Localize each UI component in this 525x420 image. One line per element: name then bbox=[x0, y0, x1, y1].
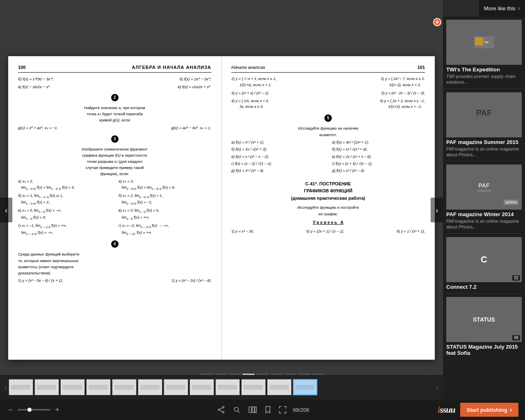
card-desc-3: PAFmagazine is an online magazine about … bbox=[446, 218, 522, 230]
bottom-right-controls: issuu Start publishing › bbox=[438, 403, 518, 417]
right-page-number: 101 bbox=[418, 64, 425, 71]
filmstrip-thumb-7[interactable] bbox=[164, 379, 188, 395]
svg-line-6 bbox=[220, 408, 222, 409]
filmstrip-thumb-12[interactable] bbox=[293, 379, 317, 395]
search-button[interactable] bbox=[231, 404, 242, 415]
scroll-dot-2 bbox=[215, 374, 227, 375]
grid-icon bbox=[249, 406, 257, 413]
fullscreen-button[interactable] bbox=[277, 404, 288, 415]
filmstrip-thumb-5[interactable] bbox=[112, 379, 137, 395]
filmstrip-area: ‹ › bbox=[0, 375, 443, 399]
svg-point-5 bbox=[222, 411, 224, 413]
card-thumbnail-1: TWI bbox=[446, 20, 522, 65]
fullscreen-icon bbox=[279, 406, 286, 413]
right-page-header: Начала анализа 101 bbox=[231, 64, 425, 73]
sidebar-card-2[interactable]: PAF magazine PAF magazine Summer 2015 PA… bbox=[446, 92, 522, 158]
scroll-dot-8 bbox=[298, 374, 310, 375]
more-like-this-label: More like this bbox=[484, 5, 516, 11]
exercise-5: 5 Исследуйте функцию на наличие асимптот… bbox=[231, 113, 425, 173]
more-like-this-button[interactable]: More like this › bbox=[484, 5, 520, 12]
left-page-header: 100 АЛГЕБРА И НАЧАЛА АНАЛИЗА bbox=[18, 64, 211, 73]
svg-point-4 bbox=[218, 409, 220, 411]
svg-rect-10 bbox=[249, 407, 251, 413]
plus-add-button[interactable]: + bbox=[433, 18, 441, 26]
filmstrip-next-button[interactable]: › bbox=[434, 384, 440, 390]
scroll-dot-4 bbox=[242, 374, 255, 375]
filmstrip-thumb-11[interactable] bbox=[267, 379, 292, 395]
card-thumbnail-2: PAF magazine bbox=[446, 92, 522, 137]
issuu-logo: issuu bbox=[438, 404, 455, 415]
chevron-right-icon: › bbox=[436, 205, 438, 215]
minus-icon: − bbox=[8, 406, 13, 414]
card-thumbnail-5: STATUS 98 bbox=[446, 297, 522, 342]
filmstrip-thumb-10[interactable] bbox=[241, 379, 266, 395]
filmstrip-thumb-8[interactable] bbox=[189, 379, 214, 395]
card-title-5: STATUS Magazine July 2015 feat Sofia bbox=[446, 344, 522, 356]
level-label: У р о в е н ь А bbox=[231, 219, 425, 226]
scroll-dot-1 bbox=[201, 374, 213, 375]
divider-3 bbox=[446, 233, 522, 234]
card-title-1: TWI's The Expedition bbox=[446, 66, 522, 73]
chevron-left-icon: ‹ bbox=[5, 205, 8, 215]
controls-bar: − + bbox=[0, 399, 525, 420]
sidebar-card-3[interactable]: PAF magazine promo PAF magazine Winter 2… bbox=[446, 164, 522, 230]
filmstrip-thumb-2[interactable] bbox=[34, 379, 59, 395]
filmstrip-thumb-1[interactable] bbox=[9, 379, 33, 395]
start-publishing-button[interactable]: Start publishing › bbox=[460, 403, 518, 417]
zoom-out-button[interactable]: − bbox=[7, 404, 14, 416]
left-page-number: 100 bbox=[18, 64, 25, 71]
right-page: Начала анализа 101 2) y = { √−x + 1, есл… bbox=[221, 56, 435, 360]
layout-button[interactable] bbox=[247, 404, 258, 415]
share-button[interactable] bbox=[216, 404, 226, 415]
chevron-right-icon: › bbox=[510, 406, 512, 413]
zoom-in-button[interactable]: + bbox=[54, 404, 62, 416]
section-instruction: Исследуйте функцию и постройтеее график: bbox=[231, 204, 425, 217]
book-spread: 100 АЛГЕБРА И НАЧАЛА АНАЛИЗА б) f(x) = x… bbox=[8, 56, 435, 360]
svg-point-8 bbox=[234, 407, 238, 411]
search-icon bbox=[233, 406, 240, 413]
card-title-4: Connect 7.2 bbox=[446, 284, 522, 290]
plus-icon: + bbox=[55, 406, 60, 414]
filmstrip-prev-button[interactable]: ‹ bbox=[3, 384, 9, 390]
card-thumbnail-4: C 92 bbox=[446, 237, 522, 282]
viewer-area: 100 АЛГЕБРА И НАЧАЛА АНАЛИЗА б) f(x) = x… bbox=[0, 0, 443, 399]
svg-rect-12 bbox=[254, 407, 256, 413]
card-title-3: PAF magazine Winter 2014 bbox=[446, 211, 522, 217]
sidebar-card-4[interactable]: C 92 Connect 7.2 bbox=[446, 237, 522, 290]
sidebar-card-5[interactable]: STATUS 98 STATUS Magazine July 2015 feat… bbox=[446, 297, 522, 356]
filmstrip-thumb-6[interactable] bbox=[138, 379, 162, 395]
right-page-content: 2) y = { √−x + 1, если x ≤ 1, 1/(1+x), е… bbox=[231, 76, 425, 234]
share-icon bbox=[217, 406, 225, 413]
svg-point-3 bbox=[222, 406, 224, 408]
card-badge-5: 98 bbox=[512, 335, 520, 340]
card-title-2: PAF magazine Summer 2015 bbox=[446, 139, 522, 145]
chevron-right-icon: › bbox=[518, 5, 520, 12]
scroll-dot-9 bbox=[312, 374, 324, 375]
exercise-2: 2 Найдите значение а, при котором точка … bbox=[18, 92, 211, 131]
bottom-left-controls: − + bbox=[7, 404, 61, 416]
scroll-dot-6 bbox=[270, 374, 283, 375]
scroll-dot-7 bbox=[284, 374, 297, 375]
promo-badge-3: promo bbox=[504, 200, 518, 205]
prev-page-button[interactable]: ‹ bbox=[0, 198, 12, 222]
level-a-formulas: 1) y = x³ − 3x; 5) y = (2x + 1) / (x − 1… bbox=[231, 228, 425, 234]
divider-1 bbox=[446, 89, 522, 89]
filmstrip-thumb-9[interactable] bbox=[215, 379, 240, 395]
sidebar-card-1[interactable]: TWI TWI's The Expedition TWI provides pr… bbox=[446, 20, 522, 85]
exercise-3: 3 Изобразите схематически фрагмент графи… bbox=[18, 134, 211, 237]
svg-line-9 bbox=[238, 411, 240, 413]
zoom-slider[interactable] bbox=[18, 409, 50, 411]
page-info: 99/206 bbox=[293, 407, 309, 413]
bookmark-button[interactable] bbox=[263, 404, 272, 415]
left-page-content: б) f(x) = x⁶/30 − 3x⁴; б) f(x) = 2x⁶ − 5… bbox=[18, 76, 211, 283]
scroll-dot-3 bbox=[228, 374, 241, 375]
top-bar: More like this › bbox=[479, 0, 525, 16]
filmstrip-thumb-4[interactable] bbox=[86, 379, 111, 395]
svg-line-7 bbox=[220, 410, 222, 412]
next-page-button[interactable]: › bbox=[431, 198, 443, 222]
card-desc-2: PAFmagazine is an online magazine about … bbox=[446, 146, 522, 158]
filmstrip-thumb-3[interactable] bbox=[60, 379, 85, 395]
right-sidebar: TWI TWI's The Expedition TWI provides pr… bbox=[443, 16, 525, 420]
filmstrip-scroll bbox=[9, 379, 435, 395]
card-desc-1: TWI provides premier supply chain soluti… bbox=[446, 73, 522, 85]
